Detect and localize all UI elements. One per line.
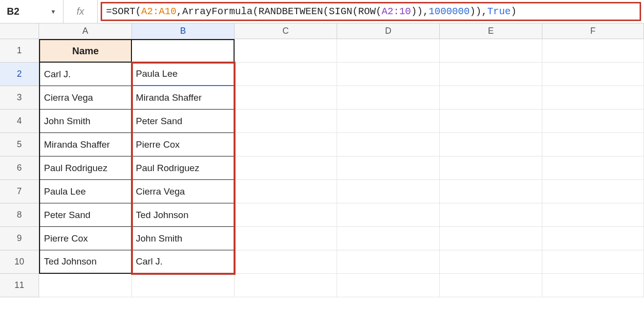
row-header-3[interactable]: 3	[0, 86, 39, 110]
row-6: 6Paul RodriguezPaul Rodriguez	[0, 156, 644, 180]
cell-F6[interactable]	[542, 156, 644, 180]
cell-D11[interactable]	[337, 274, 440, 297]
column-header-b[interactable]: B	[132, 23, 235, 39]
cell-A8[interactable]: Peter Sand	[39, 203, 132, 227]
cell-A2[interactable]: Carl J.	[39, 63, 132, 86]
row-header-4[interactable]: 4	[0, 110, 39, 133]
cell-B8[interactable]: Ted Johnson	[132, 203, 235, 227]
cell-B5[interactable]: Pierre Cox	[132, 133, 235, 156]
cell-F3[interactable]	[542, 86, 644, 110]
cell-A1[interactable]: Name	[39, 39, 132, 63]
formula-input-wrap: =SORT(A2:A10,ArrayFormula(RANDBETWEEN(SI…	[98, 0, 644, 23]
cell-C3[interactable]	[235, 86, 337, 110]
cell-A11[interactable]	[39, 274, 132, 297]
formula-token: )),	[411, 6, 429, 17]
row-2: 2Carl J.Paula Lee	[0, 63, 644, 86]
cell-B2[interactable]: Paula Lee	[132, 63, 235, 86]
row-3: 3Cierra VegaMiranda Shaffer	[0, 86, 644, 110]
cell-F11[interactable]	[542, 274, 644, 297]
row-header-11[interactable]: 11	[0, 274, 39, 297]
cell-C6[interactable]	[235, 156, 337, 180]
row-header-9[interactable]: 9	[0, 227, 39, 250]
cell-A6[interactable]: Paul Rodriguez	[39, 156, 132, 180]
cell-E10[interactable]	[440, 250, 542, 274]
row-header-8[interactable]: 8	[0, 203, 39, 227]
cell-E7[interactable]	[440, 180, 542, 203]
cell-F5[interactable]	[542, 133, 644, 156]
cell-D8[interactable]	[337, 203, 440, 227]
cell-D7[interactable]	[337, 180, 440, 203]
cell-D9[interactable]	[337, 227, 440, 250]
cell-C8[interactable]	[235, 203, 337, 227]
cell-D4[interactable]	[337, 110, 440, 133]
cell-E8[interactable]	[440, 203, 542, 227]
row-header-2[interactable]: 2	[0, 63, 39, 86]
cell-E1[interactable]	[440, 39, 542, 63]
cell-A10[interactable]: Ted Johnson	[39, 250, 132, 274]
cell-A7[interactable]: Paula Lee	[39, 180, 132, 203]
cell-E2[interactable]	[440, 63, 542, 86]
cell-E3[interactable]	[440, 86, 542, 110]
column-header-f[interactable]: F	[542, 23, 644, 39]
cell-C4[interactable]	[235, 110, 337, 133]
formula-token: )),	[470, 6, 487, 17]
cell-C9[interactable]	[235, 227, 337, 250]
cell-B11[interactable]	[132, 274, 235, 297]
cell-B9[interactable]: John Smith	[132, 227, 235, 250]
cell-F10[interactable]	[542, 250, 644, 274]
row-header-7[interactable]: 7	[0, 180, 39, 203]
cell-C2[interactable]	[235, 63, 337, 86]
cell-E5[interactable]	[440, 133, 542, 156]
row-7: 7Paula LeeCierra Vega	[0, 180, 644, 203]
cell-D2[interactable]	[337, 63, 440, 86]
cell-C11[interactable]	[235, 274, 337, 297]
fx-icon[interactable]: fx	[64, 0, 98, 23]
cell-D6[interactable]	[337, 156, 440, 180]
column-header-c[interactable]: C	[235, 23, 337, 39]
cell-B3[interactable]: Miranda Shaffer	[132, 86, 235, 110]
cell-C7[interactable]	[235, 180, 337, 203]
cell-C1[interactable]	[235, 39, 337, 63]
column-header-a[interactable]: A	[39, 23, 132, 39]
select-all-corner[interactable]	[0, 23, 39, 39]
name-box[interactable]: B2 ▼	[0, 0, 64, 23]
cell-C5[interactable]	[235, 133, 337, 156]
name-box-dropdown-icon[interactable]: ▼	[50, 8, 56, 15]
cell-reference: B2	[7, 6, 20, 17]
cell-F7[interactable]	[542, 180, 644, 203]
cell-E6[interactable]	[440, 156, 542, 180]
cell-E9[interactable]	[440, 227, 542, 250]
cell-F9[interactable]	[542, 227, 644, 250]
row-5: 5Miranda ShafferPierre Cox	[0, 133, 644, 156]
row-header-5[interactable]: 5	[0, 133, 39, 156]
cell-F2[interactable]	[542, 63, 644, 86]
cell-D1[interactable]	[337, 39, 440, 63]
cell-B6[interactable]: Paul Rodriguez	[132, 156, 235, 180]
column-header-d[interactable]: D	[337, 23, 440, 39]
cell-A3[interactable]: Cierra Vega	[39, 86, 132, 110]
column-header-e[interactable]: E	[440, 23, 542, 39]
row-9: 9Pierre CoxJohn Smith	[0, 227, 644, 250]
spreadsheet-grid: ABCDEF 1Name2Carl J.Paula Lee3Cierra Veg…	[0, 23, 644, 297]
cell-D5[interactable]	[337, 133, 440, 156]
cell-F8[interactable]	[542, 203, 644, 227]
row-header-1[interactable]: 1	[0, 39, 39, 63]
cell-A9[interactable]: Pierre Cox	[39, 227, 132, 250]
cell-E4[interactable]	[440, 110, 542, 133]
cell-B10[interactable]: Carl J.	[132, 250, 235, 274]
formula-input[interactable]: =SORT(A2:A10,ArrayFormula(RANDBETWEEN(SI…	[101, 2, 641, 21]
cell-E11[interactable]	[440, 274, 542, 297]
cell-F4[interactable]	[542, 110, 644, 133]
row-header-10[interactable]: 10	[0, 250, 39, 274]
cell-D3[interactable]	[337, 86, 440, 110]
cell-A5[interactable]: Miranda Shaffer	[39, 133, 132, 156]
cell-B4[interactable]: Peter Sand	[132, 110, 235, 133]
cell-B1[interactable]	[132, 39, 235, 63]
cell-D10[interactable]	[337, 250, 440, 274]
row-header-6[interactable]: 6	[0, 156, 39, 180]
cell-F1[interactable]	[542, 39, 644, 63]
cell-A4[interactable]: John Smith	[39, 110, 132, 133]
cell-B7[interactable]: Cierra Vega	[132, 180, 235, 203]
cell-C10[interactable]	[235, 250, 337, 274]
formula-token: True	[487, 6, 511, 17]
